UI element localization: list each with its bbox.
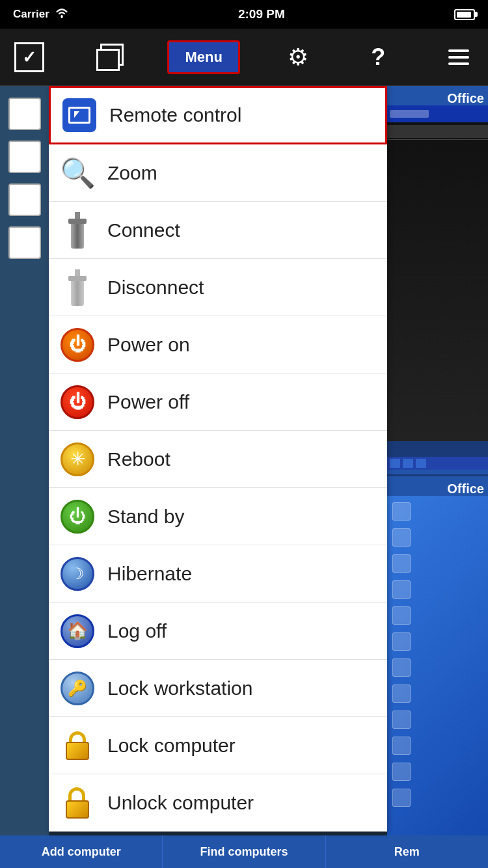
rem-button[interactable]: Rem <box>326 835 488 868</box>
menu-item-power-on[interactable]: Power on <box>49 316 387 373</box>
menu-item-label-remote-control: Remote control <box>109 104 241 126</box>
menu-item-label-power-on: Power on <box>107 334 190 356</box>
sidebar-checkbox-4[interactable] <box>8 226 41 259</box>
right-panel-top-preview <box>387 105 488 470</box>
menu-item-power-off[interactable]: Power off <box>49 373 387 431</box>
status-left: Carrier <box>13 8 69 21</box>
svg-point-0 <box>61 16 62 18</box>
logoff-icon <box>59 613 96 649</box>
sidebar-checkbox-3[interactable] <box>8 183 41 216</box>
find-computers-button[interactable]: Find computers <box>163 835 325 868</box>
lock-workstation-icon <box>59 670 96 707</box>
menu-item-label-power-off: Power off <box>107 391 189 413</box>
connect-icon <box>59 212 96 249</box>
status-bar: Carrier 2:09 PM <box>0 0 488 29</box>
sidebar-checkbox-1[interactable] <box>8 98 41 130</box>
power-on-icon <box>59 327 96 363</box>
right-panel-bottom-label: Office <box>447 481 484 496</box>
squares-icon <box>96 44 124 71</box>
list-button[interactable] <box>436 34 481 80</box>
bottom-bar: Add computer Find computers Rem <box>0 835 488 868</box>
menu-item-stand-by[interactable]: Stand by <box>49 488 387 545</box>
menu-item-label-reboot: Reboot <box>107 448 170 470</box>
menu-item-label-zoom: Zoom <box>107 162 157 184</box>
add-computer-button[interactable]: Add computer <box>0 835 163 868</box>
menu-item-reboot[interactable]: Reboot <box>49 431 387 488</box>
menu-item-label-connect: Connect <box>107 219 180 241</box>
lines-icon <box>448 49 469 65</box>
menu-item-label-stand-by: Stand by <box>107 506 184 528</box>
menu-item-label-hibernate: Hibernate <box>107 563 192 585</box>
wifi-icon <box>55 8 69 21</box>
check-button[interactable] <box>7 34 52 80</box>
right-panel-bottom: Office <box>387 476 488 868</box>
status-time: 2:09 PM <box>238 7 285 21</box>
battery-icon <box>454 9 475 20</box>
help-button[interactable]: ? <box>355 34 401 80</box>
zoom-icon: 🔍 <box>59 155 96 191</box>
reboot-icon <box>59 441 96 478</box>
menu-item-label-log-off: Log off <box>107 620 167 642</box>
right-panel-top-label: Office <box>447 91 484 106</box>
lock-computer-icon <box>59 727 96 764</box>
menu-item-zoom[interactable]: 🔍 Zoom <box>49 144 387 202</box>
menu-button[interactable]: Menu <box>167 40 239 74</box>
menu-item-disconnect[interactable]: Disconnect <box>49 259 387 316</box>
content-area: Remote control 🔍 Zoom Connect <box>0 86 488 868</box>
sidebar <box>0 86 49 868</box>
remote-control-icon <box>61 97 98 133</box>
menu-item-lock-workstation[interactable]: Lock workstation <box>49 660 387 717</box>
sidebar-checkbox-2[interactable] <box>8 141 41 173</box>
preview-desktop <box>387 496 488 868</box>
right-panel-bottom-preview <box>387 496 488 868</box>
gear-button[interactable]: ⚙ <box>275 34 321 80</box>
preview-screen-top <box>387 122 488 441</box>
gear-icon: ⚙ <box>288 44 308 71</box>
menu-item-lock-computer[interactable]: Lock computer <box>49 717 387 774</box>
menu-dropdown: Remote control 🔍 Zoom Connect <box>49 86 387 832</box>
disconnect-icon <box>59 269 96 306</box>
menu-item-hibernate[interactable]: Hibernate <box>49 545 387 603</box>
unlock-computer-icon <box>59 785 96 821</box>
menu-item-label-lock-computer: Lock computer <box>107 735 236 757</box>
menu-item-label-disconnect: Disconnect <box>107 277 204 299</box>
menu-item-unlock-computer[interactable]: Unlock computer <box>49 774 387 832</box>
check-icon <box>14 42 44 72</box>
menu-item-label-unlock-computer: Unlock computer <box>107 792 254 814</box>
hibernate-icon <box>59 556 96 592</box>
status-right <box>454 9 475 20</box>
preview-bar-top <box>387 105 488 122</box>
power-off-icon <box>59 384 96 420</box>
menu-item-connect[interactable]: Connect <box>49 202 387 259</box>
menu-item-label-lock-workstation: Lock workstation <box>107 677 252 699</box>
right-panel: Office Office <box>387 86 488 868</box>
standby-icon <box>59 498 96 535</box>
squares-button[interactable] <box>87 34 133 80</box>
right-panel-top: Office <box>387 86 488 476</box>
menu-item-remote-control[interactable]: Remote control <box>49 86 387 144</box>
question-icon: ? <box>371 44 385 71</box>
toolbar: Menu ⚙ ? <box>0 29 488 86</box>
menu-item-log-off[interactable]: Log off <box>49 603 387 660</box>
carrier-label: Carrier <box>13 8 49 21</box>
